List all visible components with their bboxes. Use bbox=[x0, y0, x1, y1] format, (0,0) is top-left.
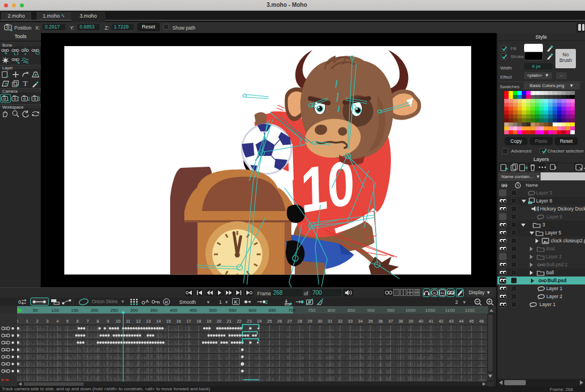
svg-text:29: 29 bbox=[307, 319, 312, 324]
svg-text:950: 950 bbox=[387, 308, 395, 313]
svg-text:R: R bbox=[165, 300, 168, 305]
svg-text:1150: 1150 bbox=[465, 308, 475, 313]
svg-text:5: 5 bbox=[67, 319, 69, 324]
svg-text:1100: 1100 bbox=[445, 308, 455, 313]
svg-text:600: 600 bbox=[249, 308, 257, 313]
svg-text:550: 550 bbox=[229, 308, 237, 313]
svg-text:3: 3 bbox=[46, 319, 48, 324]
svg-text:14: 14 bbox=[156, 319, 160, 324]
svg-text:350: 350 bbox=[150, 308, 158, 313]
svg-text:2: 2 bbox=[36, 319, 38, 324]
svg-text:13: 13 bbox=[146, 319, 150, 324]
svg-text:38: 38 bbox=[398, 319, 403, 324]
svg-text:16: 16 bbox=[176, 319, 181, 324]
svg-text:40: 40 bbox=[418, 319, 423, 324]
svg-text:400: 400 bbox=[170, 308, 178, 313]
svg-text:18: 18 bbox=[196, 319, 201, 324]
svg-text:39: 39 bbox=[409, 319, 413, 324]
svg-text:22: 22 bbox=[237, 319, 241, 324]
svg-text:700: 700 bbox=[288, 308, 296, 313]
svg-text:500: 500 bbox=[209, 308, 217, 313]
svg-text:450: 450 bbox=[189, 308, 197, 313]
svg-text:fx: fx bbox=[433, 291, 436, 295]
svg-text:10: 10 bbox=[116, 319, 120, 324]
svg-text:650: 650 bbox=[269, 308, 277, 313]
svg-text:Fx: Fx bbox=[440, 291, 444, 295]
svg-text:30: 30 bbox=[318, 319, 322, 324]
svg-text:800: 800 bbox=[328, 308, 336, 313]
svg-text:45: 45 bbox=[469, 319, 473, 324]
svg-text:1000: 1000 bbox=[405, 308, 415, 313]
svg-text:21: 21 bbox=[226, 319, 231, 324]
svg-text:0: 0 bbox=[18, 299, 21, 305]
svg-text:T: T bbox=[23, 80, 27, 88]
svg-text:17: 17 bbox=[186, 319, 191, 324]
svg-text:28: 28 bbox=[298, 319, 302, 324]
svg-text:44: 44 bbox=[459, 319, 463, 324]
svg-text:9: 9 bbox=[107, 319, 109, 324]
svg-text:35: 35 bbox=[368, 319, 373, 324]
svg-text:250: 250 bbox=[110, 308, 118, 313]
svg-text:A: A bbox=[146, 299, 149, 304]
svg-text:750: 750 bbox=[308, 308, 316, 313]
svg-text:26: 26 bbox=[277, 319, 282, 324]
svg-text:7: 7 bbox=[86, 319, 89, 324]
svg-text:23: 23 bbox=[247, 319, 252, 324]
svg-text:50: 50 bbox=[33, 308, 38, 313]
svg-text:43: 43 bbox=[449, 319, 454, 324]
svg-text:100: 100 bbox=[51, 308, 59, 313]
svg-text:11: 11 bbox=[126, 319, 130, 324]
svg-text:36: 36 bbox=[378, 319, 382, 324]
svg-text:19: 19 bbox=[207, 319, 211, 324]
svg-text:300: 300 bbox=[130, 308, 138, 313]
svg-text:4: 4 bbox=[56, 319, 59, 324]
svg-text:6: 6 bbox=[76, 319, 79, 324]
svg-text:25: 25 bbox=[267, 319, 271, 324]
svg-text:41: 41 bbox=[429, 319, 433, 324]
svg-text:33: 33 bbox=[348, 319, 352, 324]
svg-text:1: 1 bbox=[26, 319, 28, 324]
svg-text:850: 850 bbox=[348, 308, 356, 313]
svg-text:27: 27 bbox=[287, 319, 292, 324]
svg-text:200: 200 bbox=[90, 308, 98, 313]
svg-text:46: 46 bbox=[479, 319, 484, 324]
svg-text:12: 12 bbox=[136, 319, 141, 324]
svg-text:42: 42 bbox=[439, 319, 443, 324]
svg-text:34: 34 bbox=[358, 319, 362, 324]
svg-text:900: 900 bbox=[367, 308, 375, 313]
svg-text:24: 24 bbox=[257, 319, 262, 324]
svg-text:15: 15 bbox=[166, 319, 171, 324]
svg-text:20: 20 bbox=[217, 319, 221, 324]
svg-text:1050: 1050 bbox=[425, 308, 435, 313]
svg-text:31: 31 bbox=[328, 319, 332, 324]
svg-text:37: 37 bbox=[388, 319, 393, 324]
svg-text:150: 150 bbox=[71, 308, 79, 313]
svg-text:8: 8 bbox=[97, 319, 99, 324]
svg-text:32: 32 bbox=[338, 319, 343, 324]
